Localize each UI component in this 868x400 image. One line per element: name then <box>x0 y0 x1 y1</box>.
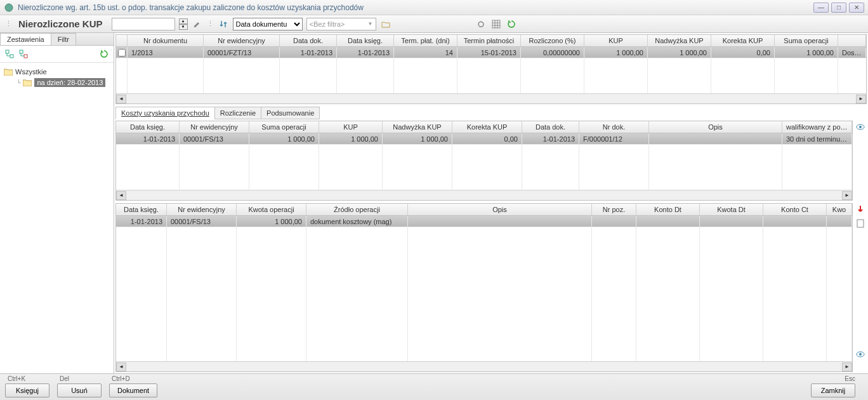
tab-podsumowanie[interactable]: Podsumowanie <box>261 107 320 119</box>
tab-koszty[interactable]: Koszty uzyskania przychodu <box>115 107 215 119</box>
grid-main-hscroll[interactable]: ◄► <box>116 93 866 103</box>
col3-kwota-dt[interactable]: Kwota Dt <box>700 204 763 215</box>
col-rozliczono[interactable]: Rozliczono (%) <box>521 35 584 46</box>
col3-nr-ewid[interactable]: Nr ewidencyjny <box>167 204 237 215</box>
col2-kup[interactable]: KUP <box>319 121 383 133</box>
zamknij-button[interactable]: Zamknij <box>811 383 855 397</box>
cell3-nr-ewid: 00001/FS/13 <box>167 217 237 226</box>
cell-extra: Dostawca <box>838 48 866 57</box>
grid-koszty-body[interactable]: 1-01-2013 00001/FS/13 1 000,00 1 000,00 … <box>116 133 852 190</box>
col-nr-ewidencyjny[interactable]: Nr ewidencyjny <box>204 35 280 46</box>
col-korekta-kup[interactable]: Korekta KUP <box>711 35 775 46</box>
tree-root[interactable]: Wszystkie <box>4 67 110 77</box>
page-title: Nierozliczone KUP <box>18 18 103 29</box>
col3-kwota[interactable]: Kwota operacji <box>237 204 306 215</box>
grid-detail-hscroll[interactable]: ◄► <box>116 361 852 371</box>
shortcut-dokument: Ctrl+D <box>109 375 130 382</box>
col3-data-ksieg[interactable]: Data księg. <box>116 204 167 215</box>
refresh-icon[interactable] <box>506 18 517 30</box>
col3-konto-ct[interactable]: Konto Ct <box>763 204 827 215</box>
row-checkbox[interactable] <box>118 49 126 57</box>
tab-zestawienia[interactable]: Zestawienia <box>0 33 51 45</box>
col3-zrodlo[interactable]: Źródło operacji <box>306 204 408 215</box>
value-input[interactable] <box>112 18 175 30</box>
col-data-ksieg[interactable]: Data księg. <box>337 35 394 46</box>
table-row[interactable]: 1-01-2013 00001/FS/13 1 000,00 dokument … <box>116 216 852 227</box>
svg-point-0 <box>5 4 13 11</box>
minimize-button[interactable]: — <box>813 3 829 13</box>
tree-child-selected[interactable]: └ na dzień: 28-02-2013 <box>16 77 110 88</box>
cell3-kwo <box>827 221 852 222</box>
dokument-button[interactable]: Dokument <box>109 383 157 397</box>
eye-icon[interactable] <box>855 122 867 133</box>
grid-detail-body[interactable]: 1-01-2013 00001/FS/13 1 000,00 dokument … <box>116 216 852 361</box>
refresh-small-icon[interactable] <box>475 18 487 30</box>
cell3-kwota-dt <box>700 221 763 222</box>
col-data-dok[interactable]: Data dok. <box>280 35 337 46</box>
grid-main-body[interactable]: 1/2013 00001/FZT/13 1-01-2013 1-01-2013 … <box>116 47 866 93</box>
folder-icon <box>23 79 32 86</box>
eye-icon[interactable] <box>855 349 867 361</box>
col3-opis[interactable]: Opis <box>408 204 592 215</box>
cell2-nr-ewid: 00001/FS/13 <box>180 135 249 143</box>
cell2-kwalif: 30 dni od terminu płat <box>782 135 852 143</box>
grid-koszty-hscroll[interactable]: ◄► <box>116 190 852 200</box>
grid-icon[interactable] <box>490 18 502 30</box>
cell-kup: 1 000,00 <box>584 48 648 57</box>
col-nadwyzka-kup[interactable]: Nadwyżka KUP <box>648 35 711 46</box>
grid-main: Nr dokumentu Nr ewidencyjny Data dok. Da… <box>115 34 867 104</box>
left-tabs: Zestawienia Filtr <box>0 33 114 46</box>
ksieguj-button[interactable]: Księguj <box>5 383 49 397</box>
col-termin-platnosci[interactable]: Termin płatności <box>457 35 521 46</box>
tab-filtr[interactable]: Filtr <box>51 33 76 45</box>
cell3-nr-poz <box>592 221 636 222</box>
col2-suma[interactable]: Suma operacji <box>249 121 319 133</box>
app-icon <box>4 3 14 13</box>
sort-field-select[interactable]: Data dokumentu <box>233 18 303 30</box>
cell-termin-plat: 15-01-2013 <box>457 48 521 57</box>
edit-icon[interactable] <box>192 18 203 30</box>
col-nr-dokumentu[interactable]: Nr dokumentu <box>128 35 204 46</box>
col2-kwalif[interactable]: walifikowany z powod <box>782 121 852 133</box>
col3-kwo[interactable]: Kwo <box>827 204 852 215</box>
folder-icon <box>4 68 13 76</box>
shortcut-usun: Del <box>57 375 69 382</box>
refresh-tree-icon[interactable] <box>98 48 110 60</box>
shortcut-ksieguj: Ctrl+K <box>5 375 25 382</box>
collapse-tree-icon[interactable] <box>18 48 29 60</box>
col-term-plat-dni[interactable]: Term. płat. (dni) <box>394 35 457 46</box>
col2-korekta[interactable]: Korekta KUP <box>452 121 522 133</box>
cell-nr-dok: 1/2013 <box>128 48 204 57</box>
col2-data-dok[interactable]: Data dok. <box>522 121 579 133</box>
shortcut-zamknij: Esc <box>842 375 855 382</box>
tree-root-label: Wszystkie <box>15 68 47 76</box>
close-button[interactable]: ✕ <box>849 3 864 13</box>
col-suma-operacji[interactable]: Suma operacji <box>775 35 838 46</box>
filter-input[interactable]: <Bez filtra> ▼ <box>306 18 376 30</box>
col2-data-ksieg[interactable]: Data księg. <box>116 121 180 133</box>
spinner-buttons[interactable]: ▲▼ <box>179 18 188 30</box>
col2-nr-dok[interactable]: Nr dok. <box>579 121 649 133</box>
cell3-konto-dt <box>636 221 700 222</box>
col2-nadwyzka[interactable]: Nadwyżka KUP <box>383 121 452 133</box>
expand-tree-icon[interactable] <box>4 48 15 60</box>
col-kup[interactable]: KUP <box>584 35 648 46</box>
maximize-button[interactable]: □ <box>831 3 846 13</box>
mid-tabs: Koszty uzyskania przychodu Rozliczenie P… <box>115 107 867 119</box>
table-row[interactable]: 1/2013 00001/FZT/13 1-01-2013 1-01-2013 … <box>116 47 866 58</box>
usun-button[interactable]: Usuń <box>57 383 102 397</box>
col3-nr-poz[interactable]: Nr poz. <box>592 204 636 215</box>
down-arrow-icon[interactable] <box>855 204 867 216</box>
tab-rozliczenie[interactable]: Rozliczenie <box>214 107 261 119</box>
document-icon[interactable] <box>855 218 867 230</box>
col2-opis[interactable]: Opis <box>649 121 782 133</box>
sort-icon[interactable] <box>218 18 229 30</box>
cell2-opis <box>649 138 782 140</box>
col2-nr-ewid[interactable]: Nr ewidencyjny <box>180 121 249 133</box>
grid-detail-header: Data księg. Nr ewidencyjny Kwota operacj… <box>116 204 852 216</box>
folder-icon[interactable] <box>380 18 391 30</box>
table-row[interactable]: 1-01-2013 00001/FS/13 1 000,00 1 000,00 … <box>116 133 852 145</box>
cell3-kwota: 1 000,00 <box>237 217 306 226</box>
col3-konto-dt[interactable]: Konto Dt <box>636 204 700 215</box>
grid-koszty-header: Data księg. Nr ewidencyjny Suma operacji… <box>116 121 852 133</box>
